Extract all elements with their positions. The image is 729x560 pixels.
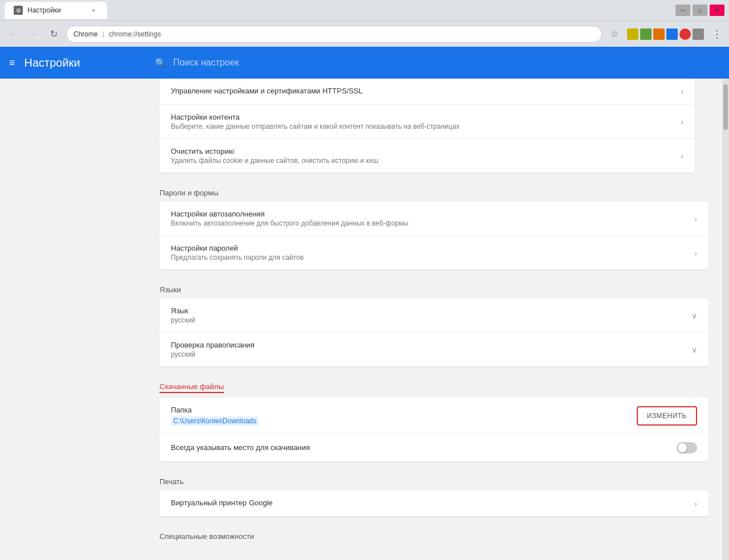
tab-title: Настройки <box>27 6 61 14</box>
https-ssl-arrow: › <box>681 87 683 96</box>
downloads-card: Папка C:\Users\Колян\Downloads ИЗМЕНИТЬ … <box>159 398 708 461</box>
tab-settings-icon: ⚙ <box>14 6 23 15</box>
page-container: ≡ Настройки 🔍 Управле <box>0 47 729 560</box>
ext-icon-4[interactable] <box>666 28 678 40</box>
always-ask-label: Всегда указывать место для скачивания <box>171 443 677 452</box>
ext-icon-1[interactable] <box>627 28 638 40</box>
google-print-title: Виртуальный принтер Google <box>171 498 694 507</box>
language-title: Язык <box>171 306 691 315</box>
settings-title: Настройки <box>24 56 80 70</box>
passwords-title: Настройки паролей <box>171 244 694 252</box>
window-minimize-button[interactable]: ─ <box>675 5 690 16</box>
passwords-section: Пароли и формы Настройки автозаполнения … <box>146 177 722 269</box>
downloads-section-label: Скачанные файлы <box>159 382 224 393</box>
back-button[interactable]: ← <box>5 26 21 42</box>
print-label: Печать <box>146 466 722 490</box>
scrollbar-track[interactable] <box>722 79 729 560</box>
content-settings-desc: Выберите, какие данные отправлять сайтам… <box>171 122 681 130</box>
ext-icon-5[interactable] <box>679 28 691 40</box>
spellcheck-chevron: ∨ <box>691 345 697 354</box>
language-value: русский <box>171 316 691 324</box>
https-ssl-title: Управление настройками и сертификатами H… <box>171 87 681 95</box>
passwords-row[interactable]: Настройки паролей Предлагать сохранять п… <box>159 236 708 269</box>
always-ask-row: Всегда указывать место для скачивания <box>159 434 708 461</box>
folder-path: C:\Users\Колян\Downloads <box>171 416 259 426</box>
clear-history-row[interactable]: Очистить историю Удалить файлы cookie и … <box>159 139 695 173</box>
bookmark-button[interactable]: ☆ <box>607 26 622 42</box>
clear-history-desc: Удалить файлы cookie и данные сайтов, оч… <box>171 157 681 165</box>
clear-history-arrow: › <box>681 152 683 161</box>
print-section: Печать Виртуальный принтер Google › <box>146 466 722 516</box>
passwords-label: Пароли и формы <box>146 177 722 202</box>
google-print-arrow: › <box>694 499 697 508</box>
navigation-bar: ← → ↻ Chrome | chrome://settings ☆ ⋮ <box>0 21 729 47</box>
accessibility-section: Специальные возможности <box>146 521 722 545</box>
content-settings-row[interactable]: Настройки контента Выберите, какие данны… <box>159 105 695 139</box>
languages-card: Язык русский ∨ Проверка правописания рус… <box>159 299 708 366</box>
folder-label: Папка <box>171 406 637 414</box>
search-bar: 🔍 <box>146 47 729 79</box>
privacy-card: Управление настройками и сертификатами H… <box>159 79 695 173</box>
settings-content: Управление настройками и сертификатами H… <box>146 79 722 560</box>
print-card: Виртуальный принтер Google › <box>159 490 708 516</box>
search-icon: 🔍 <box>155 58 166 68</box>
clear-history-title: Очистить историю <box>171 147 681 156</box>
folder-row: Папка C:\Users\Колян\Downloads ИЗМЕНИТЬ <box>159 398 708 434</box>
spellcheck-row[interactable]: Проверка правописания русский ∨ <box>159 333 708 366</box>
address-bar[interactable]: Chrome | chrome://settings <box>66 26 602 43</box>
toolbar-extensions <box>627 28 704 40</box>
window-maximize-button[interactable]: □ <box>693 5 707 16</box>
languages-label: Языки <box>146 274 722 299</box>
ext-icon-6[interactable] <box>693 28 704 40</box>
https-ssl-row[interactable]: Управление настройками и сертификатами H… <box>159 79 695 105</box>
address-separator: | <box>103 30 104 38</box>
passwords-desc: Предлагать сохранять пароли для сайтов <box>171 254 694 261</box>
spellcheck-value: русский <box>171 350 691 358</box>
passwords-arrow: › <box>694 248 697 257</box>
languages-section: Языки Язык русский ∨ Проверка правописан… <box>146 274 722 366</box>
search-input[interactable] <box>173 58 720 68</box>
top-bar: ≡ Настройки 🔍 <box>0 47 729 79</box>
content-area: Управление настройками и сертификатами H… <box>0 79 729 560</box>
privacy-section: Управление настройками и сертификатами H… <box>146 79 708 173</box>
chrome-menu-button[interactable]: ⋮ <box>708 26 724 42</box>
address-url: chrome://settings <box>109 30 161 38</box>
autofill-desc: Включить автозаполнение для быстрого доб… <box>171 219 694 227</box>
accessibility-label: Специальные возможности <box>146 521 722 545</box>
sidebar <box>0 79 146 560</box>
ext-icon-3[interactable] <box>653 28 665 40</box>
hamburger-menu-button[interactable]: ≡ <box>9 57 15 69</box>
autofill-row[interactable]: Настройки автозаполнения Включить автоза… <box>159 202 708 236</box>
autofill-title: Настройки автозаполнения <box>171 210 694 218</box>
autofill-arrow: › <box>694 214 697 223</box>
downloads-section: Скачанные файлы Папка C:\Users\Колян\Dow… <box>146 371 722 461</box>
content-settings-title: Настройки контента <box>171 113 681 121</box>
passwords-card: Настройки автозаполнения Включить автоза… <box>159 202 708 269</box>
toggle-thumb <box>678 443 687 452</box>
tab-close-button[interactable]: × <box>89 6 98 15</box>
google-print-row[interactable]: Виртуальный принтер Google › <box>159 490 708 516</box>
browser-tab[interactable]: ⚙ Настройки × <box>5 2 107 19</box>
always-ask-toggle[interactable] <box>677 442 697 453</box>
sidebar-header: ≡ Настройки <box>0 47 146 79</box>
scrollbar-thumb[interactable] <box>723 84 728 130</box>
change-folder-button[interactable]: ИЗМЕНИТЬ <box>637 406 697 426</box>
reload-button[interactable]: ↻ <box>46 26 62 42</box>
language-chevron: ∨ <box>691 311 697 320</box>
address-chrome-label: Chrome <box>73 30 98 38</box>
content-settings-arrow: › <box>681 117 683 126</box>
forward-button[interactable]: → <box>25 26 41 42</box>
language-row[interactable]: Язык русский ∨ <box>159 299 708 333</box>
spellcheck-title: Проверка правописания <box>171 341 691 349</box>
window-controls: ─ □ ✕ <box>675 5 724 16</box>
ext-icon-2[interactable] <box>640 28 652 40</box>
window-close-button[interactable]: ✕ <box>710 5 724 16</box>
